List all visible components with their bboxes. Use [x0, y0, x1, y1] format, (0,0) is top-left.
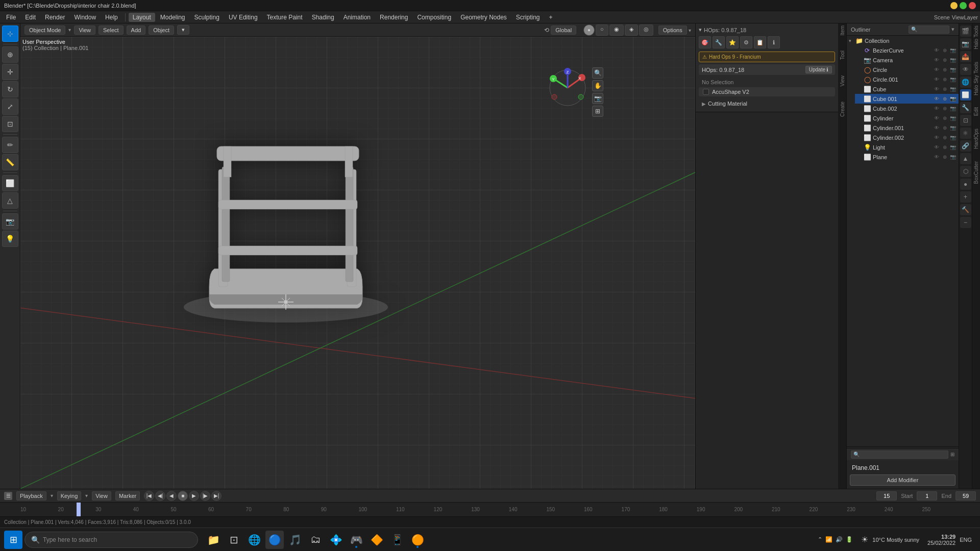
camera-render[interactable]: 📷 [949, 57, 957, 64]
taskbar-app-blender-2[interactable]: 🟠 [408, 531, 427, 549]
taskbar-search[interactable]: 🔍 Type here to search [24, 532, 198, 548]
jump-end-btn[interactable]: ▶| [211, 491, 222, 501]
taskbar-app-spotify[interactable]: 🎵 [286, 531, 304, 549]
prop-icon-data[interactable]: ▲ [960, 153, 971, 164]
object-menu-dropdown[interactable]: ▾ [177, 25, 189, 35]
camera-sel[interactable]: ⊕ [941, 57, 948, 64]
outliner-camera[interactable]: 📷 Camera 👁 ⊕ 📷 [855, 55, 959, 65]
tool-annotate[interactable]: ✏ [2, 137, 18, 153]
language-indicator[interactable]: ENG [960, 537, 972, 543]
outliner-light[interactable]: 💡 Light 👁 ⊕ 📷 [855, 142, 959, 152]
next-keyframe-btn[interactable]: |▶ [200, 491, 210, 501]
outliner-cube001[interactable]: ⬜ Cube 001 👁 ⊕ 📷 [855, 94, 959, 104]
plane-render[interactable]: 📷 [949, 154, 957, 161]
cube001-eye[interactable]: 👁 [933, 95, 940, 103]
hops-btn-wrench[interactable]: 🔧 [713, 36, 725, 48]
prev-keyframe-btn[interactable]: ◀| [155, 491, 165, 501]
outliner-circle[interactable]: ◯ Circle 👁 ⊕ 📷 [855, 65, 959, 74]
options-btn[interactable]: Options ▾ [658, 27, 691, 34]
add-menu[interactable]: Add [127, 26, 146, 35]
select-menu[interactable]: Select [99, 26, 124, 35]
prop-icon-wrench-2[interactable]: 🔨 [960, 204, 971, 215]
systray-volume[interactable]: 🔊 [836, 536, 843, 543]
taskbar-app-blue[interactable]: 💠 [327, 531, 345, 549]
outliner-search[interactable] [909, 26, 949, 34]
halo-tools-label[interactable]: Halo Tools [973, 26, 979, 49]
prop-icon-shading[interactable]: ● [960, 179, 971, 190]
accu-checkbox[interactable] [703, 89, 709, 95]
tl-playback-arrow[interactable]: ▾ [51, 493, 53, 498]
tool-add-cube[interactable]: ⬜ [2, 175, 18, 191]
menu-layout[interactable]: Layout [129, 13, 155, 22]
stop-play-btn[interactable]: ■ [178, 491, 188, 501]
menu-edit[interactable]: Edit [21, 13, 40, 22]
tool-rotate[interactable]: ↻ [2, 81, 18, 97]
hops-btn-target[interactable]: 🎯 [699, 36, 711, 48]
modifier-collapse[interactable]: ⊞ [950, 452, 954, 457]
circle-render[interactable]: 📷 [949, 66, 957, 73]
tool-move[interactable]: ✛ [2, 64, 18, 80]
outliner-cylinder001[interactable]: ⬜ Cylinder.001 👁 ⊕ 📷 [855, 123, 959, 133]
edit-label[interactable]: Edit [973, 107, 979, 116]
shading-rendered[interactable]: ◉ [609, 24, 624, 36]
taskbar-app-xbox[interactable]: 🎮 [347, 531, 365, 549]
prop-icon-object[interactable]: ⬜ [960, 89, 971, 101]
menu-texture-paint[interactable]: Texture Paint [263, 13, 307, 22]
cylinder-render[interactable]: 📷 [949, 115, 957, 122]
menu-scripting[interactable]: Scripting [512, 13, 544, 22]
prop-icon-constraints[interactable]: 🔗 [960, 140, 971, 152]
outliner-plane[interactable]: ⬜ Plane 👁 ⊕ 📷 [855, 152, 959, 162]
cylinder-eye[interactable]: 👁 [933, 115, 940, 122]
menu-compositing[interactable]: Compositing [413, 13, 455, 22]
tool-measure[interactable]: 📏 [2, 154, 18, 170]
outliner-cylinder[interactable]: ⬜ Cylinder 👁 ⊕ 📷 [855, 113, 959, 123]
cube001-render[interactable]: 📷 [949, 95, 957, 103]
view-menu[interactable]: View [74, 26, 95, 35]
end-frame-input[interactable]: 59 [955, 491, 976, 500]
circle-sel[interactable]: ⊕ [941, 66, 948, 73]
outliner-filter[interactable]: ▾ [951, 26, 954, 33]
shading-eevee[interactable]: ◈ [625, 24, 638, 36]
taskbar-app-files[interactable]: 🗂 [306, 531, 325, 549]
tl-keying-btn[interactable]: Keying [57, 491, 82, 500]
hops-btn-gear[interactable]: ⚙ [740, 36, 752, 48]
prop-icon-scene[interactable]: 🎬 [960, 26, 971, 37]
options-label[interactable]: Options [658, 26, 687, 35]
menu-animation[interactable]: Animation [339, 13, 375, 22]
cylinder002-eye[interactable]: 👁 [933, 134, 940, 141]
cube-sel[interactable]: ⊕ [941, 86, 948, 93]
tool-select[interactable]: ⊹ [2, 26, 18, 42]
hardops-label[interactable]: HardOps [973, 129, 979, 149]
light-eye[interactable]: 👁 [933, 144, 940, 151]
cube001-sel[interactable]: ⊕ [941, 95, 948, 103]
cube002-sel[interactable]: ⊕ [941, 105, 948, 112]
object-menu[interactable]: Object [149, 26, 174, 35]
close-button[interactable] [969, 2, 976, 9]
menu-shading[interactable]: Shading [308, 13, 338, 22]
halo-sky-tools-label[interactable]: Halo Sky Tools [973, 62, 979, 95]
light-render[interactable]: 📷 [949, 144, 957, 151]
next-frame-btn[interactable]: ▶ [189, 491, 199, 501]
start-frame-input[interactable]: 1 [917, 491, 937, 500]
maximize-button[interactable] [960, 2, 967, 9]
prop-icon-world[interactable]: 🌐 [960, 77, 971, 88]
gizmo-tool-4[interactable]: ⊞ [592, 106, 603, 117]
outliner-beziercurve[interactable]: ⟳ BezierCurve 👁 ⊕ 📷 [855, 45, 959, 55]
tool-camera[interactable]: 📷 [2, 213, 18, 230]
cylinder001-eye[interactable]: 👁 [933, 124, 940, 132]
current-frame-input[interactable]: 15 [876, 491, 897, 500]
taskbar-app-orange[interactable]: 🔶 [368, 531, 386, 549]
shading-solid[interactable]: ● [583, 24, 595, 36]
tl-menu-icon[interactable]: ☰ [4, 492, 12, 500]
outliner-collection[interactable]: ▾ 📁 Collection 👁 ⊕ 📷 [847, 36, 959, 45]
beziercurve-eye[interactable]: 👁 [933, 47, 940, 54]
cube002-eye[interactable]: 👁 [933, 105, 940, 112]
hops-btn-clipboard[interactable]: 📋 [754, 36, 766, 48]
prop-icon-particles[interactable]: ⊡ [960, 115, 971, 126]
shading-cycles[interactable]: ◎ [639, 24, 653, 36]
prev-frame-btn[interactable]: ◀ [166, 491, 177, 501]
start-button[interactable]: ⊞ [4, 531, 22, 549]
hops-collapse-arrow[interactable]: ▾ [699, 27, 702, 33]
timeline-cursor[interactable] [77, 503, 81, 516]
collection-cursor[interactable]: ⊕ [941, 37, 948, 44]
